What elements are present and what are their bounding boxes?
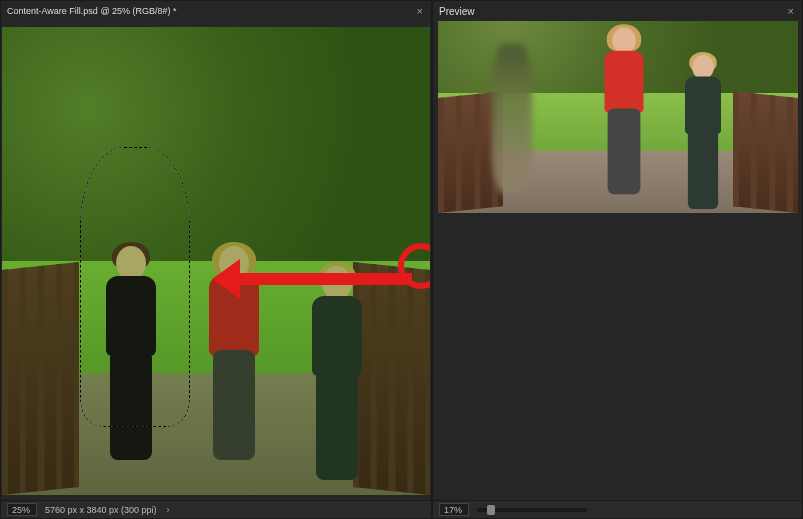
content-aware-fill-workspace: Content-Aware Fill.psd @ 25% (RGB/8#) * …: [0, 0, 803, 519]
fill-selection-outline[interactable]: [80, 147, 190, 427]
document-dimensions: 5760 px x 3840 px (300 ppi): [45, 505, 157, 515]
document-panel: Content-Aware Fill.psd @ 25% (RGB/8#) * …: [0, 0, 432, 519]
preview-header: Preview ×: [433, 1, 802, 21]
document-status-bar: 25% 5760 px x 3840 px (300 ppi) ›: [1, 500, 431, 518]
preview-zoom-thumb[interactable]: [487, 505, 495, 515]
close-icon[interactable]: ×: [417, 5, 423, 17]
sampling-area-overlay[interactable]: [2, 27, 430, 495]
close-icon[interactable]: ×: [788, 5, 794, 17]
document-canvas[interactable]: [1, 21, 431, 500]
preview-canvas[interactable]: [433, 21, 802, 500]
preview-status-bar: 17%: [433, 500, 802, 518]
preview-title: Preview: [439, 6, 475, 17]
preview-zoom-slider[interactable]: [477, 508, 587, 512]
document-tab-bar: Content-Aware Fill.psd @ 25% (RGB/8#) * …: [1, 1, 431, 21]
document-tab-title[interactable]: Content-Aware Fill.psd @ 25% (RGB/8#) *: [7, 6, 177, 16]
chevron-right-icon[interactable]: ›: [165, 505, 172, 515]
preview-image: [438, 21, 798, 213]
fill-result-region: [492, 44, 532, 194]
preview-panel: Preview ×: [432, 0, 803, 519]
zoom-level-field[interactable]: 25%: [7, 503, 37, 516]
document-image: [2, 27, 430, 495]
bridge-rail-right: [733, 91, 798, 213]
person-green-outfit: [678, 55, 728, 199]
person-red-top: [596, 27, 651, 199]
preview-zoom-field[interactable]: 17%: [439, 503, 469, 516]
